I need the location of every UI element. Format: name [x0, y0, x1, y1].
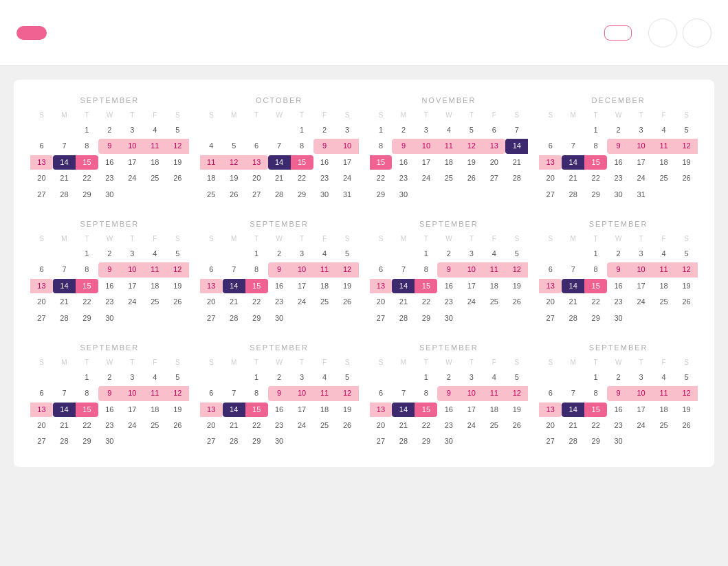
day-cell[interactable]: 4: [483, 370, 505, 385]
day-cell[interactable]: 28: [562, 311, 584, 326]
day-cell[interactable]: 26: [336, 295, 359, 309]
day-cell[interactable]: 11: [652, 386, 675, 400]
day-cell[interactable]: 16: [98, 155, 121, 170]
day-cell[interactable]: 27: [200, 434, 223, 449]
day-cell[interactable]: 25: [313, 295, 336, 309]
day-cell[interactable]: 8: [584, 386, 607, 400]
day-cell[interactable]: 20: [370, 295, 393, 309]
day-cell[interactable]: 30: [607, 188, 630, 202]
day-cell[interactable]: 6: [245, 139, 268, 153]
day-cell[interactable]: 2: [98, 247, 121, 261]
day-cell[interactable]: 30: [437, 434, 460, 449]
day-cell[interactable]: 13: [539, 155, 562, 170]
day-cell[interactable]: 24: [121, 171, 144, 185]
day-cell[interactable]: 9: [98, 386, 121, 400]
day-cell[interactable]: 2: [98, 123, 121, 137]
day-cell[interactable]: 22: [370, 171, 393, 185]
day-cell[interactable]: 19: [675, 403, 698, 417]
day-cell[interactable]: 19: [505, 403, 528, 417]
day-cell[interactable]: 22: [584, 418, 607, 433]
day-cell[interactable]: 3: [630, 370, 652, 385]
day-cell[interactable]: 28: [223, 434, 245, 449]
day-cell[interactable]: 28: [562, 434, 584, 449]
day-cell[interactable]: 20: [370, 418, 393, 433]
day-cell[interactable]: 23: [98, 295, 121, 309]
day-cell[interactable]: 23: [437, 295, 460, 309]
day-cell[interactable]: 10: [415, 139, 437, 153]
day-cell[interactable]: 27: [370, 434, 393, 449]
day-cell[interactable]: 29: [584, 311, 607, 326]
day-cell[interactable]: 5: [166, 247, 189, 261]
day-cell[interactable]: [245, 123, 268, 137]
day-cell[interactable]: [675, 188, 698, 202]
day-cell[interactable]: 10: [630, 139, 652, 153]
day-cell[interactable]: 13: [539, 279, 562, 293]
day-cell[interactable]: 4: [313, 370, 336, 385]
day-cell[interactable]: [121, 188, 144, 202]
day-cell[interactable]: 6: [370, 262, 393, 277]
day-cell[interactable]: 15: [76, 279, 98, 293]
day-cell[interactable]: 17: [291, 279, 313, 293]
day-cell[interactable]: 26: [166, 171, 189, 185]
day-cell[interactable]: 21: [268, 171, 291, 185]
day-cell[interactable]: 6: [200, 386, 223, 400]
day-cell[interactable]: 20: [539, 171, 562, 185]
day-cell[interactable]: 12: [675, 139, 698, 153]
day-cell[interactable]: 22: [584, 171, 607, 185]
day-cell[interactable]: [53, 247, 76, 261]
day-cell[interactable]: 15: [245, 403, 268, 417]
day-cell[interactable]: 4: [144, 247, 166, 261]
day-cell[interactable]: 16: [607, 279, 630, 293]
day-cell[interactable]: [370, 370, 393, 385]
day-cell[interactable]: 1: [76, 247, 98, 261]
day-cell[interactable]: [30, 123, 53, 137]
day-cell[interactable]: 21: [53, 171, 76, 185]
day-cell[interactable]: 5: [223, 139, 245, 153]
day-cell[interactable]: 23: [392, 171, 415, 185]
day-cell[interactable]: [562, 123, 584, 137]
day-cell[interactable]: 24: [291, 295, 313, 309]
day-cell[interactable]: 28: [53, 188, 76, 202]
day-cell[interactable]: 13: [483, 139, 505, 153]
day-cell[interactable]: 22: [584, 295, 607, 309]
day-cell[interactable]: 19: [166, 403, 189, 417]
day-cell[interactable]: 25: [144, 418, 166, 433]
day-cell[interactable]: 1: [584, 123, 607, 137]
day-cell[interactable]: [370, 247, 393, 261]
day-cell[interactable]: 13: [30, 279, 53, 293]
day-cell[interactable]: 5: [505, 247, 528, 261]
day-cell[interactable]: [630, 311, 652, 326]
day-cell[interactable]: 4: [483, 247, 505, 261]
day-cell[interactable]: 30: [392, 188, 415, 202]
day-cell[interactable]: 26: [166, 418, 189, 433]
day-cell[interactable]: 5: [460, 123, 483, 137]
day-cell[interactable]: 18: [144, 155, 166, 170]
day-cell[interactable]: [121, 311, 144, 326]
day-cell[interactable]: 14: [392, 403, 415, 417]
day-cell[interactable]: 27: [30, 311, 53, 326]
day-cell[interactable]: 14: [268, 155, 291, 170]
day-cell[interactable]: [392, 247, 415, 261]
day-cell[interactable]: 19: [223, 171, 245, 185]
day-cell[interactable]: [675, 311, 698, 326]
day-cell[interactable]: 11: [652, 139, 675, 153]
day-cell[interactable]: 25: [144, 295, 166, 309]
day-cell[interactable]: 12: [505, 386, 528, 400]
day-cell[interactable]: 27: [30, 188, 53, 202]
day-cell[interactable]: [539, 370, 562, 385]
day-cell[interactable]: 30: [607, 311, 630, 326]
day-cell[interactable]: 29: [76, 188, 98, 202]
day-cell[interactable]: 9: [607, 139, 630, 153]
day-cell[interactable]: [437, 188, 460, 202]
day-cell[interactable]: [200, 370, 223, 385]
day-cell[interactable]: 12: [675, 386, 698, 400]
day-cell[interactable]: 16: [392, 155, 415, 170]
tab-year[interactable]: [16, 26, 47, 40]
day-cell[interactable]: [291, 434, 313, 449]
day-cell[interactable]: 16: [607, 155, 630, 170]
day-cell[interactable]: 24: [415, 171, 437, 185]
day-cell[interactable]: 19: [505, 279, 528, 293]
day-cell[interactable]: 2: [392, 123, 415, 137]
day-cell[interactable]: 11: [483, 262, 505, 277]
day-cell[interactable]: 29: [415, 311, 437, 326]
